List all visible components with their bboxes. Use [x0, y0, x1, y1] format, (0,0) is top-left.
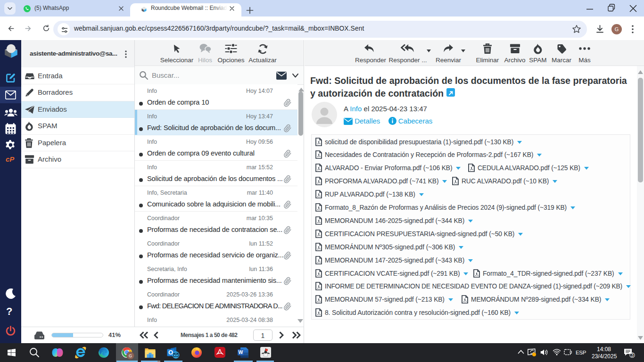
svg-text:3: 3: [631, 353, 634, 358]
svg-text:W: W: [239, 349, 243, 355]
